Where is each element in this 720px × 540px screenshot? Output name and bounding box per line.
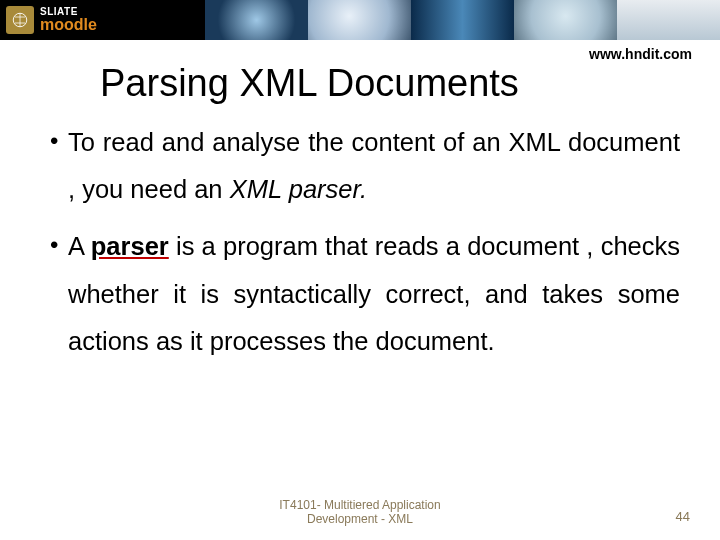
- logo-badge-icon: [6, 6, 34, 34]
- bullet-dot-icon: •: [50, 119, 68, 213]
- logo-text: SLIATE moodle: [40, 7, 97, 33]
- banner-img-3: [411, 0, 514, 40]
- slide-title: Parsing XML Documents: [100, 62, 720, 105]
- banner-img-4: [514, 0, 617, 40]
- slide-body: • To read and analyse the content of an …: [0, 119, 720, 365]
- footer-course-line1: IT4101- Multitiered Application: [279, 498, 440, 512]
- banner-img-2: [308, 0, 411, 40]
- text-segment: A: [68, 232, 91, 260]
- header-banner: SLIATE moodle: [0, 0, 720, 40]
- footer-course-line2: Development - XML: [307, 512, 413, 526]
- footer-page-number: 44: [676, 509, 690, 524]
- bullet-item: • A parser is a program that reads a doc…: [50, 223, 680, 365]
- text-strong: parser: [91, 232, 169, 260]
- footer-course: IT4101- Multitiered Application Developm…: [279, 498, 440, 527]
- slide: SLIATE moodle www.hndit.com Parsing XML …: [0, 0, 720, 540]
- banner-img-1: [205, 0, 308, 40]
- text-emphasis: XML parser.: [230, 175, 367, 203]
- banner-img-5: [617, 0, 720, 40]
- slide-footer: IT4101- Multitiered Application Developm…: [0, 498, 720, 528]
- logo-line-2: moodle: [40, 17, 97, 33]
- site-url: www.hndit.com: [589, 46, 692, 62]
- text-segment: To read and analyse the content of an XM…: [68, 128, 680, 203]
- bullet-dot-icon: •: [50, 223, 68, 365]
- logo-block: SLIATE moodle: [0, 0, 205, 40]
- bullet-item: • To read and analyse the content of an …: [50, 119, 680, 213]
- bullet-text: A parser is a program that reads a docum…: [68, 223, 680, 365]
- bullet-text: To read and analyse the content of an XM…: [68, 119, 680, 213]
- banner-image-strip: [205, 0, 720, 40]
